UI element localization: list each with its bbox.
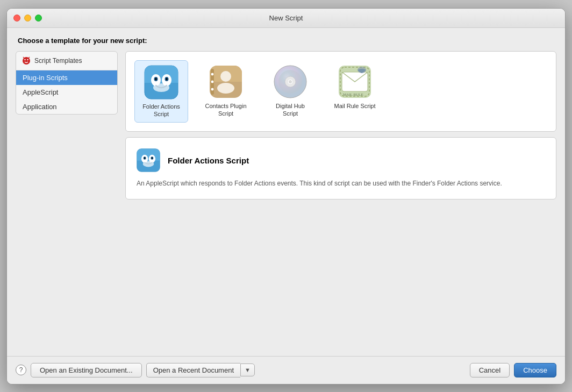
traffic-lights [13,15,42,22]
contacts-icon [209,65,243,99]
content-area: Folder Actions Script [125,51,556,356]
svg-point-1 [24,59,25,60]
svg-line-3 [23,57,24,58]
open-recent-button[interactable]: Open a Recent Document [146,363,240,377]
svg-point-0 [23,57,30,65]
svg-point-23 [211,88,214,91]
svg-point-14 [153,83,169,92]
sidebar-item-plug-in-scripts[interactable]: Plug-in Scripts [16,70,117,85]
detail-header: Folder Actions Script [137,148,545,172]
svg-point-31 [289,80,292,83]
cancel-button[interactable]: Cancel [470,363,510,377]
mail-rule-icon: MAIL RULE [338,65,372,99]
svg-point-19 [217,83,234,94]
svg-rect-39 [137,156,160,161]
svg-text:MAIL RULE: MAIL RULE [343,92,363,97]
sidebar-item-applescript[interactable]: AppleScript [16,85,117,99]
titlebar: New Script [7,9,565,28]
help-button[interactable]: ? [16,365,26,375]
template-item-folder-actions[interactable]: Folder Actions Script [134,60,188,123]
sidebar: Script Templates Plug-in Scripts AppleSc… [16,51,118,115]
sidebar-group-header: Script Templates [16,52,117,70]
svg-line-4 [28,57,30,58]
svg-point-18 [220,71,231,82]
folder-actions-icon [144,65,178,99]
open-existing-button[interactable]: Open an Existing Document... [31,363,142,377]
script-templates-icon [22,56,31,66]
sidebar-item-application[interactable]: Application [16,99,117,114]
digital-hub-icon [273,65,308,99]
svg-point-44 [144,158,145,159]
header-area: Choose a template for your new script: [7,28,565,49]
window-title: New Script [269,14,303,22]
footer-right: Cancel Choose [470,363,556,377]
footer-left: ? Open an Existing Document... Open a Re… [16,363,470,377]
footer: ? Open an Existing Document... Open a Re… [7,356,565,384]
detail-icon [137,148,160,172]
svg-point-2 [27,59,28,60]
template-item-contacts-plugin[interactable]: Contacts Plugin Script [199,60,253,123]
maximize-button[interactable] [35,15,42,22]
template-label-mail-rule: Mail Rule Script [334,102,375,110]
open-recent-dropdown-button[interactable]: ▼ [240,364,255,376]
template-label-contacts-plugin: Contacts Plugin Script [203,102,248,118]
window-content: Choose a template for your new script: S [7,28,565,384]
open-recent-container: Open a Recent Document ▼ [146,363,255,377]
template-item-mail-rule[interactable]: MAIL RULE Mail Rule Script [328,60,382,123]
close-button[interactable] [13,15,20,22]
prompt-label: Choose a template for your new script: [18,37,554,45]
detail-panel: Folder Actions Script An AppleScript whi… [125,137,556,199]
template-item-digital-hub[interactable]: Digital Hub Script [263,60,317,123]
template-label-folder-actions: Folder Actions Script [139,103,183,118]
svg-point-45 [152,158,153,159]
main-area: Script Templates Plug-in Scripts AppleSc… [7,49,565,356]
svg-rect-7 [145,76,178,83]
templates-grid-panel: Folder Actions Script [125,51,556,132]
svg-point-21 [211,73,214,76]
svg-point-22 [211,80,214,83]
templates-grid: Folder Actions Script [134,60,547,123]
new-script-window: New Script Choose a template for your ne… [6,8,566,384]
minimize-button[interactable] [24,15,31,22]
help-icon: ? [19,366,23,374]
sidebar-group-label: Script Templates [34,57,82,65]
choose-button[interactable]: Choose [514,363,556,377]
svg-point-12 [155,78,157,80]
detail-description: An AppleScript which responds to Folder … [137,179,545,188]
svg-point-13 [166,78,168,80]
template-label-digital-hub: Digital Hub Script [268,102,313,118]
detail-title: Folder Actions Script [168,156,249,165]
svg-point-46 [143,161,154,167]
